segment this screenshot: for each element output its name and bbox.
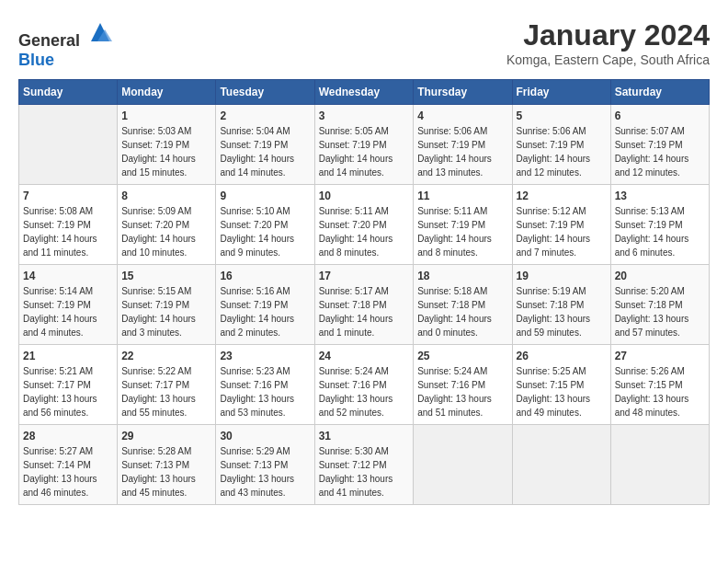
- day-number: 6: [615, 109, 705, 122]
- day-number: 21: [23, 350, 113, 362]
- day-header: Tuesday: [216, 80, 314, 105]
- day-number: 25: [417, 350, 507, 362]
- logo-text: General Blue: [18, 18, 114, 70]
- calendar-cell: 10Sunrise: 5:11 AM Sunset: 7:20 PM Dayli…: [314, 185, 414, 265]
- day-info: Sunrise: 5:06 AM Sunset: 7:19 PM Dayligh…: [517, 124, 607, 179]
- day-number: 18: [417, 270, 507, 282]
- day-number: 16: [220, 270, 310, 282]
- day-header: Wednesday: [314, 80, 414, 105]
- day-info: Sunrise: 5:16 AM Sunset: 7:19 PM Dayligh…: [220, 284, 310, 339]
- day-number: 17: [319, 270, 410, 282]
- day-number: 22: [121, 350, 211, 362]
- day-info: Sunrise: 5:30 AM Sunset: 7:12 PM Dayligh…: [319, 444, 410, 500]
- day-number: 30: [220, 430, 310, 442]
- logo-blue: Blue: [18, 51, 54, 69]
- day-number: 2: [220, 109, 310, 122]
- day-info: Sunrise: 5:27 AM Sunset: 7:14 PM Dayligh…: [23, 444, 113, 500]
- day-number: 13: [615, 190, 705, 202]
- day-info: Sunrise: 5:06 AM Sunset: 7:19 PM Dayligh…: [417, 124, 507, 179]
- calendar-week-row: 21Sunrise: 5:21 AM Sunset: 7:17 PM Dayli…: [19, 345, 710, 425]
- calendar-cell: 18Sunrise: 5:18 AM Sunset: 7:18 PM Dayli…: [414, 265, 512, 345]
- day-number: 7: [23, 190, 113, 202]
- day-info: Sunrise: 5:24 AM Sunset: 7:16 PM Dayligh…: [319, 364, 410, 419]
- calendar-cell: [512, 425, 610, 505]
- logo-icon: [86, 18, 114, 46]
- day-info: Sunrise: 5:14 AM Sunset: 7:19 PM Dayligh…: [23, 284, 113, 339]
- logo: General Blue: [18, 18, 114, 70]
- day-header: Friday: [512, 80, 610, 105]
- calendar-cell: [610, 425, 709, 505]
- day-info: Sunrise: 5:22 AM Sunset: 7:17 PM Dayligh…: [121, 364, 211, 419]
- day-info: Sunrise: 5:08 AM Sunset: 7:19 PM Dayligh…: [23, 204, 113, 259]
- calendar-cell: 7Sunrise: 5:08 AM Sunset: 7:19 PM Daylig…: [19, 185, 118, 265]
- day-number: 23: [220, 350, 310, 362]
- title-section: January 2024 Komga, Eastern Cape, South …: [506, 18, 710, 67]
- day-info: Sunrise: 5:28 AM Sunset: 7:13 PM Dayligh…: [121, 444, 211, 500]
- calendar-cell: 23Sunrise: 5:23 AM Sunset: 7:16 PM Dayli…: [216, 345, 314, 425]
- calendar-cell: 2Sunrise: 5:04 AM Sunset: 7:19 PM Daylig…: [216, 105, 314, 185]
- day-number: 12: [517, 190, 607, 202]
- calendar-table: SundayMondayTuesdayWednesdayThursdayFrid…: [18, 79, 710, 505]
- day-info: Sunrise: 5:17 AM Sunset: 7:18 PM Dayligh…: [319, 284, 410, 339]
- calendar-cell: 26Sunrise: 5:25 AM Sunset: 7:15 PM Dayli…: [512, 345, 610, 425]
- calendar-cell: 28Sunrise: 5:27 AM Sunset: 7:14 PM Dayli…: [19, 425, 118, 505]
- calendar-cell: 5Sunrise: 5:06 AM Sunset: 7:19 PM Daylig…: [512, 105, 610, 185]
- day-info: Sunrise: 5:04 AM Sunset: 7:19 PM Dayligh…: [220, 124, 310, 179]
- day-number: 28: [23, 430, 113, 442]
- calendar-cell: 25Sunrise: 5:24 AM Sunset: 7:16 PM Dayli…: [414, 345, 512, 425]
- day-info: Sunrise: 5:21 AM Sunset: 7:17 PM Dayligh…: [23, 364, 113, 419]
- calendar-cell: 19Sunrise: 5:19 AM Sunset: 7:18 PM Dayli…: [512, 265, 610, 345]
- calendar-cell: 3Sunrise: 5:05 AM Sunset: 7:19 PM Daylig…: [314, 105, 414, 185]
- calendar-week-row: 14Sunrise: 5:14 AM Sunset: 7:19 PM Dayli…: [19, 265, 710, 345]
- calendar-cell: 15Sunrise: 5:15 AM Sunset: 7:19 PM Dayli…: [118, 265, 216, 345]
- day-number: 26: [517, 350, 607, 362]
- calendar-week-row: 28Sunrise: 5:27 AM Sunset: 7:14 PM Dayli…: [19, 425, 710, 505]
- day-info: Sunrise: 5:13 AM Sunset: 7:19 PM Dayligh…: [615, 204, 705, 259]
- day-number: 29: [121, 430, 211, 442]
- calendar-cell: 29Sunrise: 5:28 AM Sunset: 7:13 PM Dayli…: [118, 425, 216, 505]
- day-number: 31: [319, 430, 410, 442]
- calendar-cell: 17Sunrise: 5:17 AM Sunset: 7:18 PM Dayli…: [314, 265, 414, 345]
- logo-general: General: [18, 31, 80, 50]
- day-number: 1: [121, 109, 211, 122]
- calendar-cell: 4Sunrise: 5:06 AM Sunset: 7:19 PM Daylig…: [414, 105, 512, 185]
- calendar-cell: 12Sunrise: 5:12 AM Sunset: 7:19 PM Dayli…: [512, 185, 610, 265]
- calendar-cell: 1Sunrise: 5:03 AM Sunset: 7:19 PM Daylig…: [118, 105, 216, 185]
- day-number: 27: [615, 350, 705, 362]
- calendar-cell: 16Sunrise: 5:16 AM Sunset: 7:19 PM Dayli…: [216, 265, 314, 345]
- day-info: Sunrise: 5:15 AM Sunset: 7:19 PM Dayligh…: [121, 284, 211, 339]
- calendar-cell: 11Sunrise: 5:11 AM Sunset: 7:19 PM Dayli…: [414, 185, 512, 265]
- day-info: Sunrise: 5:03 AM Sunset: 7:19 PM Dayligh…: [121, 124, 211, 179]
- calendar-cell: 22Sunrise: 5:22 AM Sunset: 7:17 PM Dayli…: [118, 345, 216, 425]
- day-number: 19: [517, 270, 607, 282]
- day-info: Sunrise: 5:20 AM Sunset: 7:18 PM Dayligh…: [615, 284, 705, 339]
- header: General Blue January 2024 Komga, Eastern…: [18, 18, 710, 70]
- calendar-cell: 30Sunrise: 5:29 AM Sunset: 7:13 PM Dayli…: [216, 425, 314, 505]
- day-number: 15: [121, 270, 211, 282]
- day-number: 10: [319, 190, 410, 202]
- day-header: Monday: [118, 80, 216, 105]
- calendar-cell: 21Sunrise: 5:21 AM Sunset: 7:17 PM Dayli…: [19, 345, 118, 425]
- day-header: Thursday: [414, 80, 512, 105]
- calendar-cell: 31Sunrise: 5:30 AM Sunset: 7:12 PM Dayli…: [314, 425, 414, 505]
- day-header: Sunday: [19, 80, 118, 105]
- calendar-cell: 24Sunrise: 5:24 AM Sunset: 7:16 PM Dayli…: [314, 345, 414, 425]
- calendar-cell: 13Sunrise: 5:13 AM Sunset: 7:19 PM Dayli…: [610, 185, 709, 265]
- day-info: Sunrise: 5:24 AM Sunset: 7:16 PM Dayligh…: [417, 364, 507, 419]
- calendar-header-row: SundayMondayTuesdayWednesdayThursdayFrid…: [19, 80, 710, 105]
- calendar-cell: 6Sunrise: 5:07 AM Sunset: 7:19 PM Daylig…: [610, 105, 709, 185]
- day-number: 3: [319, 109, 410, 122]
- calendar-cell: [19, 105, 118, 185]
- day-number: 20: [615, 270, 705, 282]
- day-info: Sunrise: 5:07 AM Sunset: 7:19 PM Dayligh…: [615, 124, 705, 179]
- day-info: Sunrise: 5:19 AM Sunset: 7:18 PM Dayligh…: [517, 284, 607, 339]
- day-number: 8: [121, 190, 211, 202]
- day-info: Sunrise: 5:26 AM Sunset: 7:15 PM Dayligh…: [615, 364, 705, 419]
- day-info: Sunrise: 5:11 AM Sunset: 7:20 PM Dayligh…: [319, 204, 410, 259]
- day-number: 24: [319, 350, 410, 362]
- day-number: 11: [417, 190, 507, 202]
- calendar-week-row: 1Sunrise: 5:03 AM Sunset: 7:19 PM Daylig…: [19, 105, 710, 185]
- calendar-cell: 8Sunrise: 5:09 AM Sunset: 7:20 PM Daylig…: [118, 185, 216, 265]
- calendar-cell: 27Sunrise: 5:26 AM Sunset: 7:15 PM Dayli…: [610, 345, 709, 425]
- calendar-cell: 20Sunrise: 5:20 AM Sunset: 7:18 PM Dayli…: [610, 265, 709, 345]
